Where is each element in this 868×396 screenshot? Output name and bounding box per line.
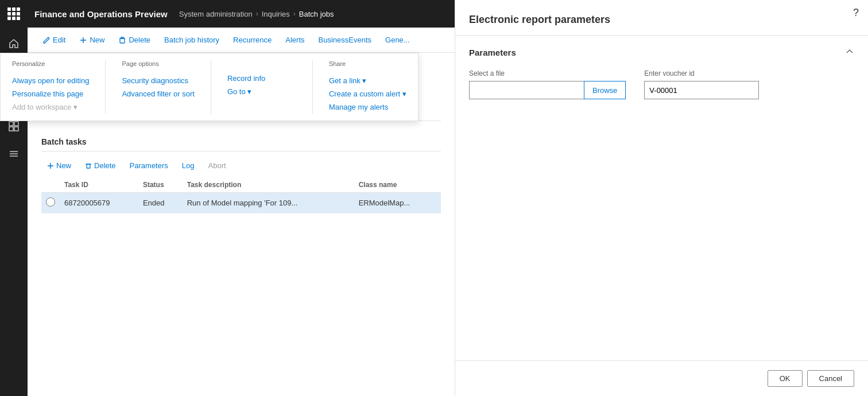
row-select-cell — [41, 193, 60, 213]
record-info-item[interactable]: Record info — [227, 72, 296, 85]
page-options-section: Page options Security diagnostics Advanc… — [110, 60, 206, 114]
action-bar: Edit New Delete Batch job history Recurr… — [28, 28, 455, 53]
svg-rect-14 — [87, 164, 90, 168]
divider-1 — [105, 60, 106, 114]
table-row[interactable]: 68720005679 Ended Run of Model mapping '… — [41, 193, 441, 213]
batch-tasks-section-header: Batch tasks — [41, 133, 441, 152]
plus-icon — [47, 162, 54, 169]
col-description: Task description — [183, 177, 354, 193]
cancel-button[interactable]: Cancel — [807, 370, 854, 387]
breadcrumb-batch-jobs[interactable]: Batch jobs — [299, 10, 334, 18]
page-options-title: Page options — [122, 60, 194, 69]
share-section: Share Get a link ▾ Create a custom alert… — [317, 60, 418, 114]
svg-rect-11 — [120, 38, 125, 43]
waffle-icon — [7, 7, 20, 20]
right-panel-header: Electronic report parameters — [455, 0, 868, 36]
plus-icon — [79, 36, 87, 44]
add-workspace-item[interactable]: Add to workspace ▾ — [28, 100, 89, 114]
dropdown-menu: Personalize Always open for editing Pers… — [28, 53, 418, 121]
select-file-input[interactable] — [469, 81, 584, 99]
personalize-title: Personalize — [28, 60, 89, 69]
sidebar-item-modules[interactable] — [0, 140, 28, 168]
help-icon[interactable]: ? — [853, 7, 859, 19]
voucher-label: Enter voucher id — [644, 69, 759, 77]
generate-button[interactable]: Gene... — [379, 32, 416, 48]
tasks-delete-button[interactable]: Delete — [79, 158, 122, 173]
delete-button[interactable]: Delete — [113, 32, 156, 48]
tasks-new-button[interactable]: New — [41, 158, 77, 173]
business-events-button[interactable]: BusinessEvents — [313, 32, 378, 48]
col-select — [41, 177, 60, 193]
tasks-log-button[interactable]: Log — [176, 158, 200, 173]
voucher-field: Enter voucher id — [644, 69, 759, 99]
create-alert-item[interactable]: Create a custom alert ▾ — [329, 87, 406, 100]
app-title: Finance and Operations Preview — [34, 9, 168, 19]
recurrence-button[interactable]: Recurrence — [227, 32, 277, 48]
table-header-row: Task ID Status Task description Class na… — [41, 177, 441, 193]
breadcrumb-system-admin[interactable]: System administration — [179, 10, 253, 18]
svg-rect-2 — [9, 122, 13, 126]
batch-tasks-section: Batch tasks New Delete Parameters Log Ab — [41, 133, 441, 213]
table-toolbar: New Delete Parameters Log Abort — [41, 158, 441, 173]
col-status: Status — [138, 177, 183, 193]
right-panel-footer: OK Cancel — [455, 360, 868, 396]
right-panel-body: Parameters Select a file Browse Enter vo… — [455, 36, 868, 360]
manage-alerts-item[interactable]: Manage my alerts — [329, 100, 406, 114]
svg-rect-4 — [9, 127, 13, 131]
select-file-label: Select a file — [469, 69, 626, 77]
select-file-field: Select a file Browse — [469, 69, 626, 99]
params-section-title: Parameters — [469, 48, 516, 57]
form-row: Select a file Browse Enter voucher id — [469, 69, 854, 99]
go-to-item[interactable]: Go to ▾ — [227, 85, 296, 98]
right-panel: Electronic report parameters Parameters … — [455, 0, 868, 396]
breadcrumb-sep-1: › — [256, 10, 258, 18]
voucher-input[interactable] — [644, 81, 759, 99]
batch-job-history-button[interactable]: Batch job history — [158, 32, 225, 48]
tasks-parameters-button[interactable]: Parameters — [124, 158, 174, 173]
personalize-section: Personalize Always open for editing Pers… — [28, 60, 100, 114]
batch-tasks-table: Task ID Status Task description Class na… — [41, 177, 441, 213]
record-section: Record info Go to ▾ — [216, 60, 308, 114]
task-id-cell: 68720005679 — [60, 193, 138, 213]
right-panel-title: Electronic report parameters — [469, 14, 854, 26]
file-input-group: Browse — [469, 81, 626, 99]
delete-icon — [118, 36, 126, 44]
divider-3 — [312, 60, 313, 114]
svg-rect-5 — [14, 127, 18, 131]
edit-button[interactable]: Edit — [37, 32, 71, 48]
security-diagnostics-item[interactable]: Security diagnostics — [122, 74, 194, 87]
description-cell: Run of Model mapping 'For 109... — [183, 193, 354, 213]
divider-2 — [211, 60, 211, 114]
class-name-cell: ERModelMap... — [354, 193, 441, 213]
row-radio[interactable] — [46, 197, 55, 207]
trash-icon — [85, 162, 92, 169]
browse-button[interactable]: Browse — [584, 81, 626, 99]
collapse-icon[interactable] — [845, 47, 854, 58]
tasks-abort-button[interactable]: Abort — [203, 158, 232, 173]
breadcrumb-inquiries[interactable]: Inquiries — [262, 10, 290, 18]
new-button[interactable]: New — [73, 32, 110, 48]
always-open-item[interactable]: Always open for editing — [28, 74, 89, 87]
alerts-button[interactable]: Alerts — [280, 32, 310, 48]
edit-icon — [42, 36, 51, 44]
breadcrumb-sep-2: › — [293, 10, 296, 18]
ok-button[interactable]: OK — [768, 370, 803, 387]
col-class-name: Class name — [354, 177, 441, 193]
advanced-filter-item[interactable]: Advanced filter or sort — [122, 87, 194, 100]
breadcrumb: System administration › Inquiries › Batc… — [179, 10, 334, 18]
params-section-header: Parameters — [469, 47, 854, 58]
status-cell: Ended — [138, 193, 183, 213]
personalize-page-item[interactable]: Personalize this page — [28, 87, 89, 100]
main-area: Finance and Operations Preview System ad… — [28, 0, 455, 396]
svg-rect-3 — [14, 122, 18, 126]
share-title: Share — [329, 60, 406, 69]
col-task-id: Task ID — [60, 177, 138, 193]
top-bar: Finance and Operations Preview System ad… — [28, 0, 455, 28]
waffle-menu[interactable] — [0, 0, 28, 28]
get-link-item[interactable]: Get a link ▾ — [329, 74, 406, 87]
